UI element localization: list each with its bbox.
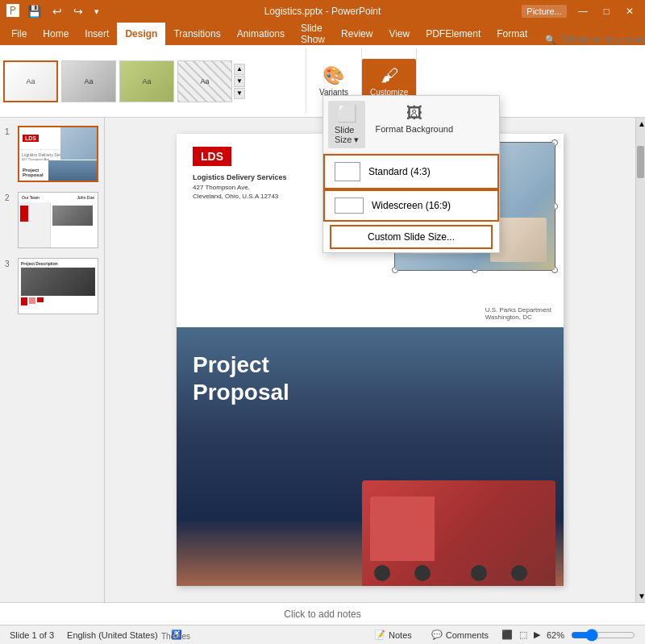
status-left: Slide 1 of 3 English (United States) ♿ — [10, 629, 182, 640]
thumb2-body — [19, 202, 98, 247]
notes-label: Click to add notes — [284, 609, 360, 620]
comments-status-label: Comments — [446, 630, 489, 640]
slide-thumb-3[interactable]: 3 Project Description — [3, 256, 101, 316]
zoom-level: 62% — [547, 630, 564, 640]
dept-info: U.S. Parks Department Washington, DC — [485, 306, 551, 321]
language: English (United States) — [67, 630, 158, 640]
dept2: Washington, DC — [485, 314, 551, 321]
slide-bottom-section: Project Proposal — [177, 327, 564, 586]
minimize-button[interactable]: — — [573, 4, 593, 19]
tab-file[interactable]: File — [3, 23, 35, 45]
format-bg-icon: 🖼 — [406, 104, 422, 123]
scroll-up-btn[interactable]: ▲ — [636, 118, 645, 130]
title-bar-left: 🅿 💾 ↩ ↪ ▾ — [6, 3, 102, 19]
slide-num-1: 1 — [5, 127, 15, 136]
themes-label: Themes — [161, 632, 190, 641]
standard-option[interactable]: Standard (4:3) — [323, 154, 499, 189]
tell-me-input[interactable] — [560, 34, 645, 45]
comments-icon: 💬 — [431, 629, 443, 640]
ribbon-tabs: File Home Insert Design Transitions Anim… — [0, 23, 645, 45]
thumb1-img — [60, 127, 97, 160]
title-bar-right: Picture... — □ ✕ — [522, 4, 639, 19]
themes-section: Aa Aa Aa Aa ▲ ▼ ▼ Themes — [0, 48, 306, 114]
tab-transitions[interactable]: Transitions — [165, 23, 228, 45]
format-bg-label: Format Background — [375, 124, 453, 134]
tab-review[interactable]: Review — [333, 23, 381, 45]
tab-pdfelement[interactable]: PDFElement — [418, 23, 489, 45]
variants-button[interactable]: 🎨 Variants — [313, 62, 355, 100]
widescreen-label: Widescreen (16:9) — [372, 200, 451, 211]
close-button[interactable]: ✕ — [621, 4, 639, 19]
themes-scroll-down[interactable]: ▼ — [234, 76, 245, 87]
slide-truck-image — [362, 480, 556, 586]
slide-thumb-1[interactable]: 1 LDS Logistics Delivery Services 427 Th… — [3, 124, 101, 184]
scroll-down-btn[interactable]: ▼ — [636, 590, 645, 602]
tab-animations[interactable]: Animations — [229, 23, 293, 45]
slide-thumb-2[interactable]: 2 Our TeamJohn Doe — [3, 190, 101, 250]
thumb1-logo: LDS — [23, 135, 39, 142]
title-text: Logistics.pptx - PowerPoint — [264, 6, 381, 17]
dropdown-header: ⬜ SlideSize ▾ 🖼 Format Background — [323, 96, 499, 154]
view-slideshow-icon[interactable]: ▶ — [534, 629, 540, 640]
scrollbar-vertical[interactable]: ▲ ▼ — [635, 118, 645, 602]
slide-img-2[interactable]: Our TeamJohn Doe — [18, 192, 98, 248]
theme-3[interactable]: Aa — [119, 60, 174, 102]
custom-label: Custom Slide Size... — [368, 231, 455, 243]
standard-label: Standard (4:3) — [368, 166, 431, 177]
dept1: U.S. Parks Department — [485, 306, 551, 314]
qa-save[interactable]: 💾 — [24, 3, 44, 19]
theme-2[interactable]: Aa — [61, 60, 116, 102]
slide-img-3[interactable]: Project Description — [18, 258, 98, 314]
themes-scroll-more[interactable]: ▼ — [234, 88, 245, 99]
comments-tab[interactable]: 💬 Comments — [425, 629, 495, 640]
status-bar: Slide 1 of 3 English (United States) ♿ 📝… — [0, 625, 645, 644]
themes-grid: Aa Aa Aa Aa — [3, 60, 232, 102]
qa-undo[interactable]: ↩ — [49, 3, 65, 19]
slide-size-dropdown: ⬜ SlideSize ▾ 🖼 Format Background Standa… — [322, 95, 500, 253]
thumb2-top: Our TeamJohn Doe — [19, 193, 98, 202]
context-label: Picture... — [522, 5, 566, 18]
widescreen-preview — [335, 197, 364, 214]
notes-bar: Click to add notes — [0, 602, 645, 625]
slide-size-btn[interactable]: ⬜ SlideSize ▾ — [328, 101, 365, 148]
slide-num-3: 3 — [5, 260, 15, 268]
themes-scroll-up[interactable]: ▲ — [234, 64, 245, 75]
customize-icon: 🖌 — [381, 65, 398, 86]
tab-slideshow[interactable]: Slide Show — [293, 23, 333, 45]
status-right: 📝 Notes 💬 Comments ⬛ ⬚ ▶ 62% — [368, 629, 635, 641]
title-line2: Proposal — [193, 379, 289, 406]
standard-preview — [335, 162, 360, 181]
scrollbar-thumb[interactable] — [637, 146, 644, 178]
tab-design[interactable]: Design — [117, 23, 165, 45]
tab-insert[interactable]: Insert — [77, 23, 117, 45]
notes-tab[interactable]: 📝 Notes — [368, 629, 418, 640]
view-normal-icon[interactable]: ⬛ — [501, 629, 513, 640]
custom-slide-size[interactable]: Custom Slide Size... — [330, 225, 493, 249]
thumb1-truck — [48, 160, 97, 181]
view-reading-icon[interactable]: ⬚ — [519, 629, 527, 640]
slide-num-2: 2 — [5, 193, 15, 202]
format-background-btn[interactable]: 🖼 Format Background — [368, 101, 460, 148]
widescreen-option[interactable]: Widescreen (16:9) — [323, 189, 499, 222]
qa-redo[interactable]: ↪ — [70, 3, 86, 19]
qa-customize[interactable]: ▾ — [91, 5, 102, 19]
slide-logo: LDS — [193, 147, 231, 166]
tab-format[interactable]: Format — [489, 23, 535, 45]
powerpoint-icon: 🅿 — [6, 4, 19, 19]
title-line1: Project — [193, 351, 289, 379]
tab-home[interactable]: Home — [35, 23, 77, 45]
slide-count: Slide 1 of 3 — [10, 630, 54, 640]
notes-status-label: Notes — [389, 630, 412, 640]
slide-size-icon: ⬜ — [337, 104, 357, 123]
thumb1-title: ProjectProposal — [23, 168, 44, 177]
theme-4[interactable]: Aa — [177, 60, 232, 102]
title-bar: 🅿 💾 ↩ ↪ ▾ Logistics.pptx - PowerPoint Pi… — [0, 0, 645, 23]
slide-img-1[interactable]: LDS Logistics Delivery Services 427 Thom… — [18, 126, 98, 182]
theme-default[interactable]: Aa — [3, 60, 58, 102]
variants-icon: 🎨 — [322, 65, 344, 86]
maximize-button[interactable]: □ — [599, 4, 614, 19]
slide-size-btn-label: SlideSize ▾ — [335, 125, 359, 145]
tab-view[interactable]: View — [381, 23, 418, 45]
slide-panel: 1 LDS Logistics Delivery Services 427 Th… — [0, 118, 105, 602]
zoom-slider[interactable] — [571, 629, 635, 641]
